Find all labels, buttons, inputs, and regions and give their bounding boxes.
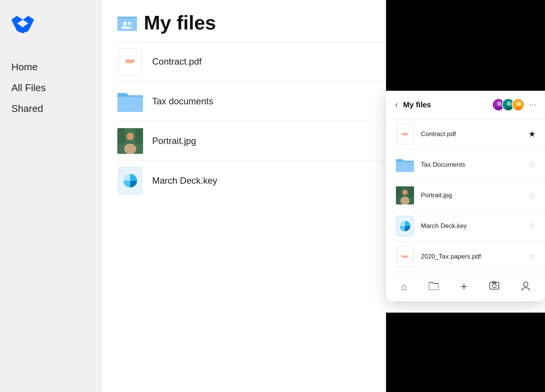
panel-file-tax[interactable]: Tax Documents ☆ [386,150,545,180]
panel-avatar-3-img [512,99,525,111]
panel-pie-icon [398,219,412,233]
pdf-icon: PDF [118,48,142,75]
sidebar-item-home[interactable]: Home [11,58,91,76]
panel-file-name-tax: Tax Documents [421,161,522,169]
panel-file-name-2020tax: 2020_Tax papers.pdf [421,253,522,260]
panel-portrait-thumbnail [396,186,414,205]
file-icon-portrait [117,128,143,154]
panel-file-name-portrait: Portrait.jpg [421,192,522,199]
panel-star-march[interactable]: ☆ [528,221,536,231]
panel-file-march[interactable]: March Deck.key ☆ [386,211,545,242]
mobile-bottom-nav: ⌂ + [386,272,545,301]
svg-rect-14 [117,97,143,112]
svg-point-34 [400,197,410,205]
mobile-panel: ‹ My files [386,91,545,301]
panel-star-2020tax[interactable]: ☆ [528,252,536,262]
panel-avatars [492,98,525,111]
keynote-icon [118,167,142,194]
nav-photo-button[interactable] [486,280,503,294]
pie-chart-icon [122,172,139,189]
portrait-image [117,128,143,154]
panel-star-contract[interactable]: ★ [528,129,536,139]
nav-folder-button[interactable] [425,280,442,294]
svg-point-23 [497,101,501,106]
folder-nav-icon [429,282,439,290]
black-area-bottom [386,313,545,392]
sidebar-item-shared[interactable]: Shared [11,100,91,118]
panel-pdf-icon: PDF [396,124,414,144]
nav-profile-button[interactable] [517,279,534,294]
dropbox-logo-icon [11,15,34,34]
panel-pdf-label: PDF [402,132,408,136]
panel-star-portrait[interactable]: ☆ [528,191,536,200]
panel-file-contract[interactable]: PDF Contract.pdf ★ [386,119,545,150]
svg-point-39 [492,284,496,288]
svg-point-8 [128,22,131,25]
file-icon-march-deck [117,168,143,194]
panel-pdf-icon-2020: PDF [396,246,414,267]
portrait-thumbnail [117,128,143,154]
svg-rect-6 [117,18,137,31]
panel-file-2020tax[interactable]: PDF 2020_Tax papers.pdf ☆ [386,242,545,272]
folder-icon [117,91,143,112]
black-area-top [386,0,545,91]
panel-header: ‹ My files [386,91,545,119]
svg-point-18 [124,144,136,154]
panel-portrait-image [396,186,414,205]
svg-rect-36 [409,186,414,197]
panel-back-button[interactable]: ‹ [395,100,398,110]
profile-nav-icon [521,281,530,291]
sidebar-logo [11,15,91,36]
panel-file-icon-tax [395,155,415,175]
svg-point-33 [402,190,408,195]
panel-more-button[interactable]: ··· [529,100,536,110]
file-icon-contract: PDF [117,49,143,74]
main-content: My files ☰ 🔔 3 [102,0,545,392]
svg-point-26 [507,101,511,106]
svg-point-29 [517,101,521,106]
panel-star-tax[interactable]: ☆ [528,160,536,170]
svg-rect-19 [117,128,125,143]
panel-file-name-march: March Deck.key [421,222,522,230]
svg-point-17 [126,133,134,140]
svg-rect-20 [135,128,143,143]
svg-rect-35 [396,186,401,197]
panel-avatar-3 [512,98,525,111]
panel-folder-icon [396,158,414,172]
pdf-label: PDF [126,59,135,64]
sidebar-item-all-files[interactable]: All Files [11,79,91,97]
nav-home-button[interactable]: ⌂ [397,279,411,294]
svg-point-7 [123,22,127,25]
svg-rect-31 [396,162,414,172]
shared-folder-icon [117,13,137,33]
photo-nav-icon [489,281,499,290]
sidebar: Home All Files Shared [0,0,102,392]
panel-file-name-contract: Contract.pdf [421,130,522,138]
panel-pdf-label-2020: PDF [402,255,408,259]
panel-title: My files [403,101,492,109]
panel-file-list: PDF Contract.pdf ★ Tax Documents ☆ [386,119,545,272]
panel-file-icon-2020tax: PDF [395,247,415,266]
panel-file-icon-march [395,216,415,236]
page-title: My files [144,11,216,34]
nav-add-button[interactable]: + [456,278,471,295]
sidebar-navigation: Home All Files Shared [11,58,91,118]
panel-file-portrait[interactable]: Portrait.jpg ☆ [386,180,545,211]
svg-point-41 [523,282,528,287]
panel-file-icon-contract: PDF [395,124,415,144]
panel-keynote-icon [396,216,414,236]
header-left: My files [117,11,216,34]
file-icon-tax [117,88,143,114]
panel-file-icon-portrait [395,186,415,205]
